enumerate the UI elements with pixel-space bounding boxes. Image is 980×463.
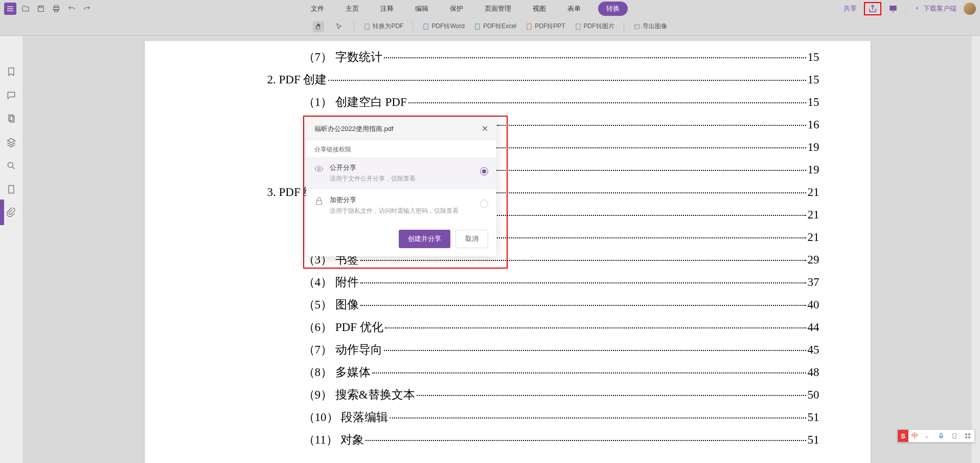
option-public-share[interactable]: 公开分享 适用于文件公开分享，仅限查看	[306, 157, 496, 189]
layers-panel-icon[interactable]	[6, 137, 16, 147]
toc-label: （10） 段落编辑	[303, 409, 389, 425]
comment-panel-icon[interactable]	[6, 90, 16, 100]
svg-rect-13	[576, 24, 580, 29]
svg-rect-12	[527, 24, 531, 29]
svg-rect-24	[965, 433, 967, 435]
convert-to-pdf[interactable]: 转换为PDF	[363, 22, 403, 31]
toc-page-number: 29	[808, 253, 819, 267]
ime-logo-icon[interactable]: S	[898, 430, 908, 442]
download-client[interactable]: 下载客户端	[912, 3, 959, 14]
dialog-filename: 福昕办公2022使用指南.pdf	[314, 124, 394, 134]
toc-label: （5） 图像	[303, 297, 359, 313]
toc-dots	[384, 57, 806, 58]
cancel-button[interactable]: 取消	[455, 230, 488, 248]
scrollbar[interactable]	[972, 36, 980, 463]
pdf-to-excel[interactable]: PDF转Excel	[474, 22, 516, 31]
hand-tool-icon[interactable]	[313, 21, 324, 32]
toc-entry[interactable]: （6） PDF 优化44	[196, 319, 819, 335]
select-tool-icon[interactable]	[333, 21, 345, 32]
toc-page-number: 45	[808, 343, 819, 357]
toc-entry[interactable]: （10） 段落编辑51	[196, 409, 819, 425]
svg-rect-21	[316, 201, 322, 205]
menu-file[interactable]: 文件	[307, 2, 328, 15]
create-share-button[interactable]: 创建并分享	[399, 230, 450, 248]
share-dialog: 福昕办公2022使用指南.pdf ✕ 分享链接权限 公开分享 适用于文件公开分享…	[306, 118, 496, 256]
svg-rect-2	[7, 10, 13, 11]
menu-edit[interactable]: 编辑	[411, 2, 432, 15]
svg-point-20	[318, 168, 321, 170]
main-menu: 文件 主页 注释 编辑 保护 页面管理 视图 表单 转换	[93, 2, 841, 16]
svg-rect-0	[7, 6, 13, 7]
ime-toolbar[interactable]: S 中	[897, 429, 975, 443]
close-icon[interactable]: ✕	[482, 124, 488, 134]
toc-entry[interactable]: （1） 创建空白 PDF15	[196, 94, 819, 110]
svg-rect-14	[634, 24, 639, 28]
share-icon-highlighted[interactable]	[864, 2, 881, 15]
svg-rect-23	[940, 433, 942, 437]
present-icon[interactable]	[886, 3, 900, 14]
search-panel-icon[interactable]	[6, 161, 16, 171]
dialog-header: 福昕办公2022使用指南.pdf ✕	[306, 118, 496, 140]
svg-rect-27	[968, 436, 970, 438]
avatar[interactable]	[964, 3, 976, 15]
toc-dots	[366, 440, 806, 441]
ime-skin-icon[interactable]	[948, 430, 961, 442]
radio-encrypted[interactable]	[480, 200, 488, 208]
undo-icon[interactable]	[65, 3, 78, 15]
ime-mic-icon[interactable]	[935, 430, 948, 442]
toc-page-number: 21	[808, 208, 819, 222]
left-sidebar	[0, 36, 22, 463]
redo-icon[interactable]	[81, 3, 93, 15]
pdf-to-image[interactable]: PDF转图片	[575, 22, 614, 31]
svg-point-15	[635, 25, 636, 26]
pdf-to-ppt[interactable]: PDF转PPT	[526, 22, 565, 31]
file-panel-icon[interactable]	[6, 184, 16, 194]
toc-entry[interactable]: （7） 动作导向45	[196, 342, 819, 358]
menu-view[interactable]: 视图	[529, 2, 550, 15]
option1-desc: 适用于文件公开分享，仅限查看	[330, 174, 474, 183]
toc-entry[interactable]: （7） 字数统计15	[196, 49, 819, 65]
option2-desc: 适用于隐私文件，访问时需输入密码，仅限查看	[330, 207, 474, 215]
toc-entry[interactable]: （5） 图像40	[196, 297, 819, 313]
toc-label: （4） 附件	[303, 274, 359, 290]
toc-page-number: 40	[808, 298, 819, 312]
toc-page-number: 15	[808, 96, 819, 109]
menu-annotate[interactable]: 注释	[376, 2, 398, 15]
menu-form[interactable]: 表单	[563, 2, 585, 15]
export-image[interactable]: 导出图像	[633, 22, 667, 31]
print-icon[interactable]	[50, 3, 62, 15]
toc-label: 2. PDF 创建	[267, 72, 327, 87]
toc-page-number: 15	[808, 51, 819, 64]
toc-entry[interactable]: （4） 附件37	[196, 274, 819, 290]
ime-toolbox-icon[interactable]	[961, 430, 974, 442]
svg-rect-19	[9, 186, 14, 193]
menu-icon[interactable]	[4, 3, 16, 15]
svg-rect-11	[475, 24, 480, 29]
toc-entry[interactable]: （9） 搜索&替换文本50	[196, 387, 819, 403]
toc-entry[interactable]: （11） 对象51	[196, 432, 819, 448]
menu-home[interactable]: 主页	[341, 2, 363, 15]
svg-rect-9	[365, 24, 369, 29]
pdf-to-word[interactable]: PDF转Word	[422, 22, 464, 31]
bookmark-panel-icon[interactable]	[6, 67, 16, 77]
option-encrypted-share[interactable]: 加密分享 适用于隐私文件，访问时需输入密码，仅限查看	[306, 189, 496, 222]
toc-entry[interactable]: （8） 多媒体48	[196, 364, 819, 380]
open-icon[interactable]	[19, 3, 32, 15]
menu-pages[interactable]: 页面管理	[481, 2, 515, 15]
ime-punct-icon[interactable]	[921, 430, 935, 442]
toc-page-number: 19	[808, 163, 819, 177]
svg-rect-25	[968, 433, 970, 435]
menu-convert-button[interactable]: 转换	[598, 2, 628, 16]
menu-protect[interactable]: 保护	[446, 2, 467, 15]
pages-panel-icon[interactable]	[6, 114, 16, 124]
ime-lang[interactable]: 中	[908, 430, 921, 442]
dialog-subtitle: 分享链接权限	[306, 140, 496, 157]
toc-entry[interactable]: 2. PDF 创建15	[196, 72, 819, 87]
attachment-panel-icon[interactable]	[6, 208, 16, 218]
option2-title: 加密分享	[330, 195, 474, 205]
share-text-button[interactable]: 共享	[841, 3, 859, 14]
radio-public[interactable]	[480, 167, 488, 175]
sidebar-marker	[0, 200, 4, 225]
toc-page-number: 37	[808, 276, 819, 289]
save-icon[interactable]	[35, 3, 47, 15]
